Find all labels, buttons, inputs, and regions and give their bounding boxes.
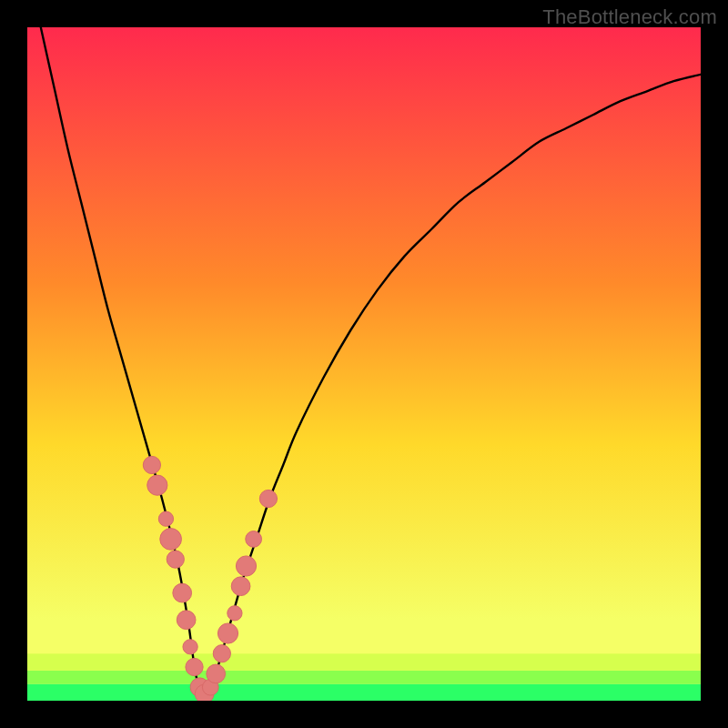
data-marker — [173, 583, 192, 602]
data-marker — [207, 664, 226, 683]
chart-svg — [27, 27, 701, 701]
data-marker — [158, 511, 173, 526]
data-marker — [143, 456, 160, 473]
data-marker — [183, 640, 197, 654]
data-marker — [228, 606, 242, 621]
data-marker — [160, 529, 182, 551]
watermark-text: TheBottleneck.com — [542, 5, 717, 29]
data-marker — [236, 556, 256, 576]
svg-rect-1 — [27, 684, 701, 702]
svg-rect-4 — [27, 633, 701, 653]
chart-frame: TheBottleneck.com — [0, 0, 728, 728]
data-marker — [213, 645, 230, 662]
plot-area — [27, 27, 701, 701]
data-marker — [259, 490, 277, 507]
data-marker — [177, 611, 196, 630]
svg-rect-3 — [27, 653, 701, 671]
data-marker — [246, 531, 262, 548]
data-marker — [217, 623, 238, 643]
data-marker — [231, 577, 250, 596]
data-marker — [147, 475, 167, 495]
data-marker — [167, 551, 184, 568]
data-marker — [186, 658, 203, 675]
svg-rect-0 — [27, 27, 701, 701]
svg-rect-2 — [27, 671, 701, 684]
